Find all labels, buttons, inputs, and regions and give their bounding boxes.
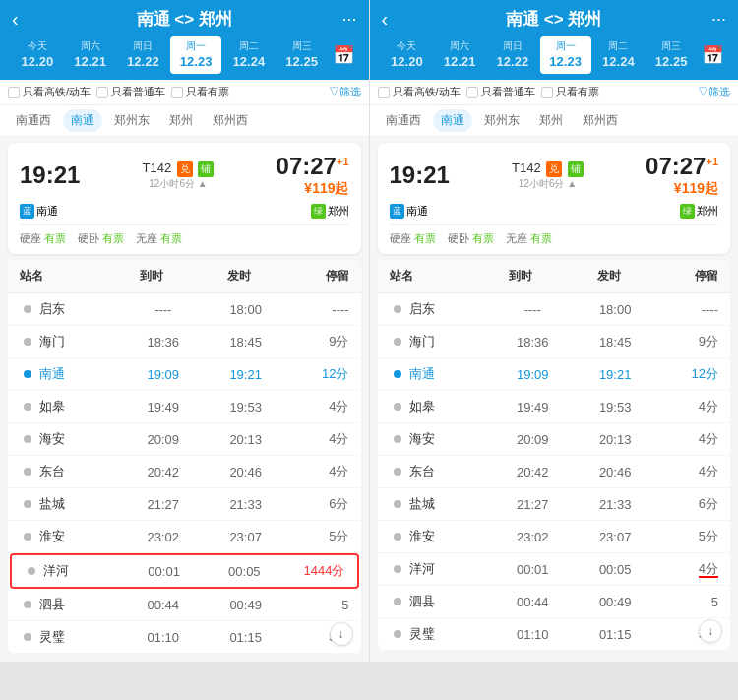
filter-label-0: 只看高铁/动车 — [393, 85, 461, 99]
col-header-name: 站名 — [20, 268, 107, 285]
station-tab-郑州东[interactable]: 郑州东 — [476, 109, 527, 132]
stop-dot-col — [20, 435, 35, 443]
arrive-badge: 绿 — [680, 204, 695, 219]
station-tab-郑州东[interactable]: 郑州东 — [106, 109, 157, 132]
back-button[interactable]: ‹ — [382, 8, 405, 31]
filter-item-2[interactable]: 只看有票 — [541, 85, 599, 99]
stop-name: 启东 — [409, 300, 492, 318]
stop-dot-col — [20, 601, 35, 608]
filter-checkbox-0[interactable] — [378, 87, 390, 98]
stop-name: 泗县 — [39, 596, 122, 613]
arrive-plus: +1 — [706, 156, 718, 167]
date-tab-12.22[interactable]: 周日12.22 — [118, 36, 169, 74]
station-tab-郑州[interactable]: 郑州 — [161, 109, 201, 132]
stop-dot-col — [20, 370, 35, 378]
col-header-arrive: 到时 — [477, 268, 565, 285]
train-card[interactable]: 19:21 T142 兑 铺 12小时6分 ▲ 07:27+1 ¥119起 蓝 … — [378, 143, 731, 254]
seat-avail-1: 有票 — [102, 232, 124, 244]
price: ¥119起 — [646, 180, 718, 198]
seat-row: 硬座 有票 硬卧 有票 无座 有票 — [20, 224, 349, 246]
stop-dot-col — [390, 598, 405, 605]
filter-item-0[interactable]: 只看高铁/动车 — [378, 85, 461, 99]
more-button[interactable]: ··· — [703, 9, 726, 30]
stop-name: 海门 — [39, 333, 122, 350]
filter-item-0[interactable]: 只看高铁/动车 — [8, 85, 91, 99]
tag-berth: 铺 — [568, 161, 584, 177]
more-button[interactable]: ··· — [334, 9, 357, 30]
date-tab-12.25[interactable]: 周三12.25 — [277, 36, 328, 74]
stop-depart: 21:33 — [205, 497, 287, 512]
station-tab-郑州西[interactable]: 郑州西 — [575, 109, 626, 132]
filter-checkbox-2[interactable] — [171, 87, 183, 98]
filter-sort-button[interactable]: ▽筛选 — [698, 85, 730, 99]
seat-row: 硬座 有票 硬卧 有票 无座 有票 — [390, 224, 719, 246]
date-tab-12.20[interactable]: 今天12.20 — [12, 36, 63, 74]
filter-item-2[interactable]: 只看有票 — [171, 85, 229, 99]
train-card[interactable]: 19:21 T142 兑 铺 12小时6分 ▲ 07:27+1 ¥119起 蓝 … — [8, 143, 361, 254]
back-button[interactable]: ‹ — [12, 8, 35, 31]
col-header-name: 站名 — [390, 268, 477, 285]
stop-duration: 6分 — [656, 495, 718, 513]
seat-avail-2: 有票 — [530, 232, 552, 244]
stop-dot-col — [390, 533, 405, 541]
stop-row: 灵璧 01:10 01:15 5分 — [8, 621, 361, 654]
stop-duration: 6分 — [287, 495, 349, 513]
station-tab-南通西[interactable]: 南通西 — [8, 109, 59, 132]
stop-duration: 1444分 — [284, 562, 344, 580]
filter-item-1[interactable]: 只看普通车 — [466, 85, 535, 99]
train-card-top: 19:21 T142 兑 铺 12小时6分 ▲ 07:27+1 ¥119起 — [20, 153, 349, 198]
filter-checkbox-0[interactable] — [8, 87, 20, 98]
stop-depart: 20:46 — [574, 465, 656, 479]
stop-arrive: 20:42 — [122, 465, 205, 479]
filter-checkbox-1[interactable] — [96, 87, 108, 98]
filter-sort-button[interactable]: ▽筛选 — [329, 85, 361, 99]
stop-row: 东台 20:42 20:46 4分 — [8, 456, 361, 488]
filter-checkbox-1[interactable] — [466, 87, 478, 98]
station-tab-南通[interactable]: 南通 — [63, 109, 102, 132]
stop-dot — [394, 468, 401, 476]
station-tab-郑州西[interactable]: 郑州西 — [205, 109, 256, 132]
station-tab-南通西[interactable]: 南通西 — [378, 109, 429, 132]
stop-dot-col — [20, 533, 35, 541]
date-tab-12.23[interactable]: 周一12.23 — [540, 36, 591, 74]
stop-duration: 5 — [656, 595, 718, 609]
calendar-button[interactable]: 📅 — [699, 44, 726, 66]
date-tab-12.21[interactable]: 周六12.21 — [65, 36, 116, 74]
filter-item-1[interactable]: 只看普通车 — [96, 85, 165, 99]
stop-depart: 00:49 — [574, 595, 656, 609]
tag-exchange: 兑 — [546, 161, 562, 177]
date-tab-12.20[interactable]: 今天12.20 — [382, 36, 433, 74]
duration: 12小时6分 ▲ — [458, 177, 638, 191]
station-tab-郑州[interactable]: 郑州 — [531, 109, 571, 132]
stop-depart: 19:21 — [574, 367, 656, 382]
filter-label-0: 只看高铁/动车 — [23, 85, 91, 99]
seat-type-1: 硬卧 — [448, 232, 469, 244]
date-tab-12.25[interactable]: 周三12.25 — [646, 36, 697, 74]
stop-depart: 19:21 — [205, 367, 287, 382]
duration: 12小时6分 ▲ — [88, 177, 268, 191]
date-tab-12.23[interactable]: 周一12.23 — [170, 36, 221, 74]
station-tab-南通[interactable]: 南通 — [433, 109, 472, 132]
calendar-button[interactable]: 📅 — [330, 44, 357, 66]
date-tab-12.21[interactable]: 周六12.21 — [434, 36, 485, 74]
stop-dot-col — [20, 305, 35, 313]
scroll-down-button[interactable]: ↓ — [699, 619, 722, 643]
stop-row: 如皋 19:49 19:53 4分 — [378, 391, 731, 423]
filter-label-2: 只看有票 — [186, 85, 229, 99]
filter-checkbox-2[interactable] — [541, 87, 553, 98]
scroll-down-button[interactable]: ↓ — [330, 622, 353, 646]
filter-label-1: 只看普通车 — [481, 85, 535, 99]
stop-name: 灵璧 — [409, 625, 492, 643]
tag-exchange: 兑 — [177, 161, 193, 177]
station-name-row: 蓝 南通 绿 郑州 — [390, 204, 719, 219]
date-tab-12.22[interactable]: 周日12.22 — [487, 36, 538, 74]
stop-row: 泗县 00:44 00:49 5 — [8, 589, 361, 621]
stop-arrive: 19:49 — [491, 400, 574, 414]
stop-name: 淮安 — [39, 528, 122, 545]
date-tab-12.24[interactable]: 周二12.24 — [593, 36, 645, 74]
stop-dot-col — [390, 403, 405, 411]
stop-row: 南通 19:09 19:21 12分 — [378, 358, 731, 391]
stop-dot-col — [390, 435, 405, 443]
col-header-depart: 发时 — [195, 268, 282, 285]
date-tab-12.24[interactable]: 周二12.24 — [223, 36, 275, 74]
